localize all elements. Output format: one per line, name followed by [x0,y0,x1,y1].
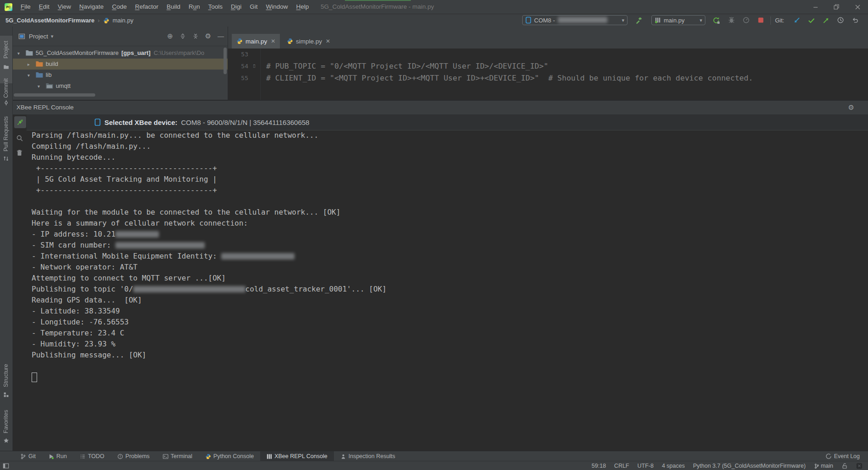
status-bar: 59:18 CRLF UTF-8 4 spaces Python 3.7 (5G… [0,461,868,470]
tool-tab-todo[interactable]: TODO [73,451,111,461]
chevron-expanded-icon[interactable]: ▾ [17,48,24,59]
indicator-icon[interactable] [856,463,863,469]
tool-tab-git[interactable]: Git [14,451,42,461]
breadcrumb-file[interactable]: main.py [113,17,134,24]
stop-icon[interactable] [757,16,765,25]
chevron-down-icon[interactable]: ▾ [51,33,54,39]
tool-tab-terminal[interactable]: Terminal [156,451,199,461]
tool-window-toggle-icon[interactable] [3,463,9,469]
expand-all-icon[interactable] [180,33,186,39]
menu-git[interactable]: Git [246,0,262,14]
tool-tab-run[interactable]: Run [42,451,73,461]
menu-window[interactable]: Window [262,0,292,14]
restore-button[interactable] [826,0,847,14]
sidebar-item-project[interactable]: Project [0,38,12,61]
file-encoding[interactable]: UTF-8 [638,463,654,469]
line-number: 53 [228,49,248,60]
history-clock-icon[interactable] [837,16,845,25]
code-line: # PUB_TOPIC = "0/<MQTT Project ID>/<MQTT… [266,60,548,72]
caret-position[interactable]: 59:18 [592,463,606,469]
close-tab-icon[interactable]: ✕ [271,38,275,44]
chevron-expanded-icon[interactable]: ▾ [27,70,34,81]
xbee-device-selector[interactable]: COM8 - ▾ [522,15,628,25]
menu-navigate[interactable]: Navigate [75,0,108,14]
fold-marker-icon[interactable]: ⌷ [253,60,256,72]
locate-file-icon[interactable]: ⊕ [167,32,173,40]
hide-panel-icon[interactable]: — [218,32,224,40]
structure-icon[interactable] [3,392,9,398]
favorites-star-icon[interactable] [3,438,9,443]
run-config-icon [655,17,661,23]
python-interpreter[interactable]: Python 3.7 (5G_ColdAssetMonitorFirmware) [693,463,806,469]
close-button[interactable] [847,0,868,14]
window-title: 5G_ColdAssetMonitorFirmware - main.py [321,0,434,14]
sidebar-item-commit[interactable]: Commit [0,78,12,98]
git-push-icon[interactable] [822,16,830,25]
tree-row-project-root[interactable]: ▾ 5G_ColdAssetMonitorFirmware[gps_uart]C… [13,48,228,59]
tool-tab-inspection-results[interactable]: Inspection Results [334,451,402,461]
sidebar-item-structure[interactable]: Structure [0,362,12,390]
menu-view[interactable]: View [54,0,75,14]
tree-horizontal-scrollbar[interactable] [14,93,95,97]
git-branch-icon [20,454,26,459]
sidebar-item-favorites[interactable]: Favorites [0,407,12,436]
collapse-all-icon[interactable] [192,33,199,39]
menu-code[interactable]: Code [108,0,131,14]
event-log-button[interactable]: Event Log [825,451,860,461]
menu-file[interactable]: File [16,0,35,14]
tree-row-lib[interactable]: ▾ lib [13,70,228,81]
unlock-icon[interactable] [841,463,848,469]
excluded-folder-icon [36,61,44,67]
python-file-icon [287,38,293,44]
line-ending[interactable]: CRLF [614,463,629,469]
trash-icon[interactable] [16,149,23,157]
menu-digi[interactable]: Digi [227,0,246,14]
tree-vertical-scrollbar[interactable] [224,48,227,74]
project-folder-icon[interactable] [3,64,9,70]
chevron-collapsed-icon[interactable]: ▸ [27,59,34,70]
plug-icon [16,119,24,126]
rollback-icon[interactable] [852,16,860,25]
close-tab-icon[interactable]: ✕ [326,38,330,44]
console-output[interactable]: Parsing /flash/main.py... be connected t… [27,130,868,452]
tool-tab-xbee-repl-console[interactable]: XBee REPL Console [260,451,334,461]
menu-help[interactable]: Help [292,0,313,14]
indent-style[interactable]: 4 spaces [662,463,685,469]
project-panel-title[interactable]: Project [29,33,48,40]
tree-row-umqtt[interactable]: ▾ umqtt [13,81,228,92]
commit-node-icon[interactable] [3,100,9,106]
todo-list-icon [80,454,86,459]
gear-icon[interactable]: ⚙ [205,32,211,40]
minimize-button[interactable] [805,0,826,14]
run-configuration-selector[interactable]: main.py ▾ [651,15,705,25]
gear-icon[interactable]: ⚙ [848,103,854,112]
tab-main-py[interactable]: main.py ✕ [232,34,280,49]
profiler-icon[interactable] [742,16,751,25]
tool-tab-python-console[interactable]: Python Console [199,451,260,461]
menu-refactor[interactable]: Refactor [131,0,163,14]
connect-button[interactable] [14,116,26,128]
breadcrumb-project[interactable]: 5G_ColdAssetMonitorFirmware [5,17,94,24]
sidebar-item-pull-requests[interactable]: Pull Requests [0,113,12,154]
search-icon[interactable] [16,135,23,142]
rerun-icon[interactable] [712,16,721,25]
pull-requests-icon[interactable] [3,156,9,162]
tool-tab-problems[interactable]: Problems [111,451,156,461]
chevron-expanded-icon[interactable]: ▾ [38,81,44,92]
git-branch-widget[interactable]: main [814,463,833,469]
editor-area[interactable]: main.py ✕ simple.py ✕ 53 54 55 ⌷ # PUB_T… [228,27,868,100]
menu-tools[interactable]: Tools [204,0,227,14]
build-hammer-icon[interactable] [635,16,643,25]
debug-bug-icon[interactable] [728,16,736,25]
console-line [32,372,868,383]
tab-simple-py[interactable]: simple.py ✕ [282,34,335,49]
git-commit-icon[interactable] [808,16,816,25]
bottom-tabs: Git Run TODO Problems Terminal [14,451,402,461]
menu-edit[interactable]: Edit [35,0,54,14]
python-file-icon [103,17,109,24]
git-update-icon[interactable] [793,16,801,25]
tree-row-build[interactable]: ▸ build [13,59,228,70]
tree-item-label: lib [46,71,52,78]
menu-run[interactable]: Run [185,0,204,14]
menu-build[interactable]: Build [163,0,185,14]
